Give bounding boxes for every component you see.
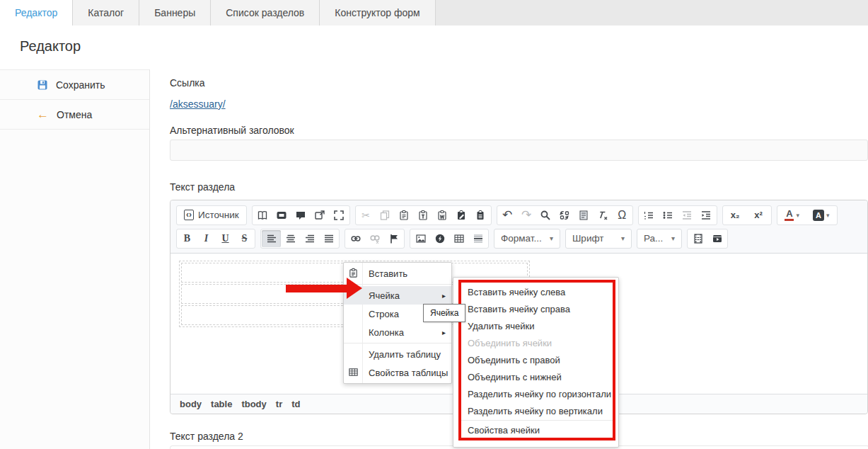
size-select[interactable]: Ра... ▾ [637,229,682,249]
indent-icon [700,210,712,221]
justify-button[interactable] [319,230,338,247]
image-button[interactable] [411,230,430,247]
redo-icon: ↷ [521,208,531,222]
paste-text-button[interactable] [414,207,433,224]
strikethrough-button[interactable]: S [235,230,254,247]
tab-label: Список разделов [226,7,304,18]
alt-title-input[interactable] [170,140,868,161]
editor-toolbar: ‹› Источник ✂ [170,200,867,254]
section-text-label: Текст раздела [170,181,235,193]
align-right-button[interactable] [300,230,319,247]
submenu-item-cell-properties[interactable]: Свойства ячейки [459,421,613,438]
italic-button[interactable]: I [197,230,216,247]
video-button[interactable] [707,230,727,247]
path-item-td[interactable]: td [291,399,300,409]
submenu-item-label: Разделить ячейку по горизонтали [468,389,611,399]
submenu-item-delete-cells[interactable]: Удалить ячейки [459,317,613,334]
templates-button[interactable] [253,207,272,224]
save-button[interactable]: Сохранить [0,70,149,100]
submenu-item-merge-right[interactable]: Объединить с правой [459,351,613,368]
horizontal-rule-button[interactable] [468,230,487,247]
cut-button[interactable]: ✂ [357,207,376,224]
undo-button[interactable]: ↶ [498,207,517,224]
paste-word-icon [436,210,448,221]
bg-color-button[interactable]: A ▾ [806,207,836,224]
bold-button[interactable]: B [178,230,197,247]
path-item-tbody[interactable]: tbody [241,399,266,409]
media-button[interactable] [688,230,707,247]
back-arrow-icon: ← [37,108,49,120]
paste-icon [398,210,410,221]
redo-button[interactable]: ↷ [517,207,536,224]
paste-edit-button[interactable] [452,207,471,224]
section-text2-label: Текст раздела 2 [170,431,243,442]
bulleted-list-button[interactable] [659,207,678,224]
clipboard-pencil-icon [456,210,467,221]
maximize-button[interactable] [330,207,349,224]
menu-item-column[interactable]: Колонка ▸ [344,323,451,341]
submenu-item-merge-down[interactable]: Объединить с нижней [459,368,613,385]
menu-item-label: Строка [369,309,399,319]
table-button[interactable] [449,230,468,247]
tab-editor[interactable]: Редактор [0,0,73,25]
subscript-button[interactable]: x₂ [724,207,747,224]
toolbar-row-2: B I U S [176,227,862,250]
paste-button[interactable] [395,207,414,224]
path-item-tr[interactable]: tr [276,399,282,409]
align-left-button[interactable] [262,230,281,247]
menu-item-delete-table[interactable]: Удалить таблицу [344,345,451,363]
submenu-item-label: Вставить ячейку справа [468,304,570,314]
flash-button[interactable] [430,230,449,247]
link-label: Ссылка [170,77,205,89]
submenu-item-split-vertical[interactable]: Разделить ячейку по вертикали [459,402,613,419]
select-all-button[interactable] [574,207,594,224]
replace-button[interactable] [555,207,574,224]
outdent-button[interactable] [678,207,697,224]
film-icon [693,233,704,244]
red-arrow-head [347,278,362,299]
maximize-icon [333,210,345,221]
unlink-button[interactable] [365,230,384,247]
numbered-list-button[interactable] [640,207,659,224]
embed-button[interactable] [272,207,291,224]
paste-word-button[interactable] [433,207,452,224]
submenu-item-insert-cell-left[interactable]: Вставить ячейку слева [459,283,613,300]
remove-format-icon [597,210,608,221]
menu-separator [344,343,451,343]
path-item-body[interactable]: body [180,399,202,409]
format-select-value: Формат... [501,233,542,244]
submenu-item-label: Объединить с правой [468,355,560,365]
cancel-label: Отмена [57,109,92,120]
bg-color-icon: A [813,210,824,221]
tab-section-list[interactable]: Список разделов [211,0,320,25]
submenu-item-insert-cell-right[interactable]: Вставить ячейку справа [459,300,613,317]
comment-button[interactable] [291,207,311,224]
embed-icon [276,210,287,221]
remove-format-button[interactable] [594,207,613,224]
copy-button[interactable] [376,207,395,224]
section-link[interactable]: /aksessuary/ [170,98,226,110]
tab-form-builder[interactable]: Конструктор форм [320,0,435,25]
text-color-button[interactable]: A ▾ [778,207,806,224]
superscript-button[interactable]: x² [747,207,770,224]
align-center-button[interactable] [281,230,300,247]
preview-button[interactable] [311,207,330,224]
tab-catalog[interactable]: Каталог [73,0,139,25]
special-char-button[interactable]: Ω [613,207,632,224]
tab-banners[interactable]: Баннеры [139,0,211,25]
cancel-button[interactable]: ← Отмена [0,100,149,130]
anchor-button[interactable] [384,230,403,247]
link-button[interactable] [346,230,365,247]
menu-item-table-properties[interactable]: Свойства таблицы [344,363,451,382]
font-select[interactable]: Шрифт ▾ [565,229,632,249]
underline-button[interactable]: U [216,230,235,247]
tab-label: Конструктор форм [335,7,419,18]
clipboard-button[interactable] [471,207,490,224]
chevron-down-icon: ▾ [550,234,553,242]
indent-button[interactable] [697,207,716,224]
path-item-table[interactable]: table [211,399,232,409]
submenu-item-split-horizontal[interactable]: Разделить ячейку по горизонтали [459,385,613,402]
source-button[interactable]: ‹› Источник [178,207,245,224]
format-select[interactable]: Формат... ▾ [494,229,560,249]
find-button[interactable] [536,207,555,224]
